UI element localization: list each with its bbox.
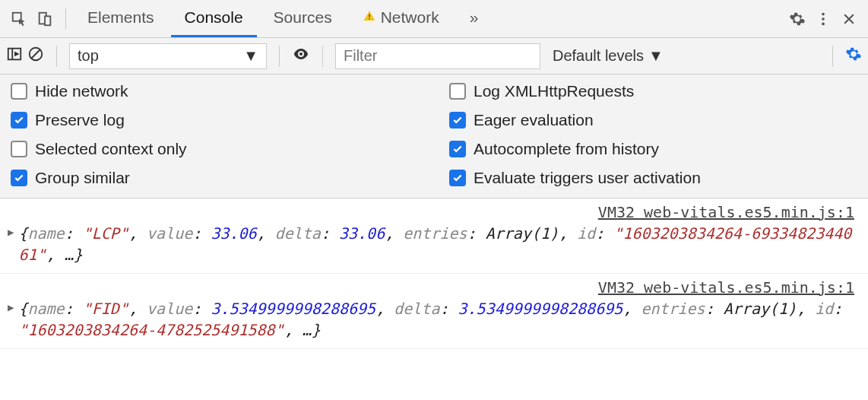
console-settings-gear-icon[interactable] [845, 46, 862, 66]
setting-label: Hide network [35, 82, 128, 100]
devtools-toolbar: Elements Console Sources Network » [0, 0, 868, 38]
console-subtoolbar: top ▼ Default levels ▼ [0, 38, 868, 75]
device-toolbar-icon[interactable] [32, 6, 58, 32]
close-icon[interactable] [836, 6, 862, 32]
tab-console[interactable]: Console [171, 0, 257, 37]
svg-point-7 [822, 22, 825, 25]
setting-label: Group similar [35, 169, 130, 187]
setting-autocomplete-history[interactable]: Autocomplete from history [449, 140, 857, 158]
divider [322, 46, 323, 67]
settings-gear-icon[interactable] [784, 6, 810, 32]
kebab-menu-icon[interactable] [810, 6, 836, 32]
log-source-link[interactable]: VM32 web-vitals.es5.min.js:1 [8, 278, 860, 297]
divider [65, 8, 66, 30]
clear-console-icon[interactable] [27, 46, 44, 66]
checkbox-icon [11, 141, 27, 157]
tab-elements-label: Elements [87, 8, 154, 27]
setting-label: Selected context only [35, 140, 187, 158]
setting-label: Autocomplete from history [474, 140, 659, 158]
svg-point-5 [822, 12, 825, 15]
inspect-element-icon[interactable] [6, 6, 32, 32]
tab-elements[interactable]: Elements [74, 0, 168, 37]
divider [832, 46, 833, 67]
chevron-down-icon: ▼ [648, 47, 664, 65]
setting-eager-eval[interactable]: Eager evaluation [449, 111, 857, 129]
tab-more[interactable]: » [456, 0, 493, 37]
log-levels-label: Default levels [553, 47, 644, 65]
setting-label: Eager evaluation [474, 111, 594, 129]
tab-console-label: Console [185, 8, 243, 27]
divider [279, 46, 280, 67]
svg-rect-3 [369, 14, 370, 17]
context-selector[interactable]: top ▼ [69, 43, 267, 69]
setting-label: Preserve log [35, 111, 125, 129]
setting-label: Evaluate triggers user activation [474, 169, 701, 187]
svg-point-6 [822, 17, 825, 21]
console-output: VM32 web-vitals.es5.min.js:1▶{name: "LCP… [0, 198, 868, 349]
svg-point-12 [299, 52, 303, 56]
setting-eval-user-activation[interactable]: Evaluate triggers user activation [449, 169, 857, 187]
context-selector-value: top [78, 47, 99, 65]
checkbox-icon [11, 83, 27, 100]
filter-input[interactable] [335, 43, 540, 69]
log-source-link[interactable]: VM32 web-vitals.es5.min.js:1 [8, 203, 860, 221]
chevron-down-icon: ▼ [243, 47, 258, 65]
tab-sources[interactable]: Sources [260, 0, 346, 37]
tab-sources-label: Sources [274, 8, 332, 27]
setting-group-similar[interactable]: Group similar [11, 169, 419, 187]
divider [56, 46, 57, 67]
checkbox-icon [11, 112, 27, 129]
tab-more-label: » [470, 8, 479, 27]
svg-line-11 [32, 50, 40, 59]
checkbox-icon [449, 170, 466, 186]
live-expression-icon[interactable] [292, 45, 310, 67]
checkbox-icon [11, 170, 27, 186]
checkbox-icon [449, 141, 466, 157]
log-object[interactable]: {name: "FID", value: 3.5349999998288695,… [18, 298, 860, 341]
setting-hide-network[interactable]: Hide network [11, 82, 419, 100]
setting-preserve-log[interactable]: Preserve log [11, 111, 419, 129]
warning-icon [363, 8, 376, 27]
expand-triangle-icon[interactable]: ▶ [8, 226, 14, 238]
svg-rect-4 [369, 18, 370, 20]
setting-log-xhr[interactable]: Log XMLHttpRequests [449, 82, 857, 100]
log-levels-selector[interactable]: Default levels ▼ [545, 47, 671, 65]
log-entry: VM32 web-vitals.es5.min.js:1▶{name: "LCP… [0, 198, 868, 274]
checkbox-icon [449, 83, 466, 100]
checkbox-icon [449, 112, 466, 129]
tab-network[interactable]: Network [349, 0, 453, 37]
setting-label: Log XMLHttpRequests [474, 82, 634, 100]
svg-rect-2 [45, 16, 50, 25]
log-entry: VM32 web-vitals.es5.min.js:1▶{name: "FID… [0, 274, 868, 349]
panel-tabs: Elements Console Sources Network » [74, 0, 492, 37]
log-object[interactable]: {name: "LCP", value: 33.06, delta: 33.06… [18, 223, 860, 265]
tab-network-label: Network [381, 8, 439, 27]
setting-selected-context-only[interactable]: Selected context only [11, 140, 419, 158]
expand-triangle-icon[interactable]: ▶ [8, 301, 14, 313]
console-sidebar-toggle-icon[interactable] [6, 46, 23, 66]
console-settings-panel: Hide networkLog XMLHttpRequestsPreserve … [0, 75, 868, 198]
